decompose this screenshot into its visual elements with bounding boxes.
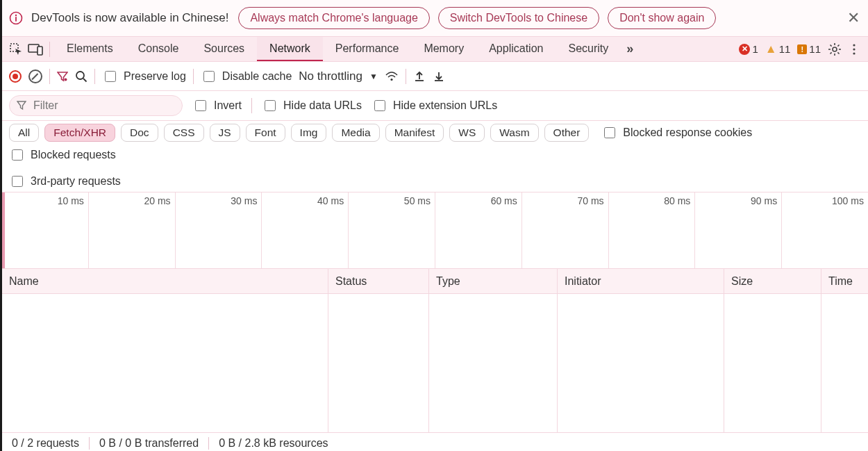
blocked-cookies-label: Blocked response cookies [623,126,752,139]
chip-doc[interactable]: Doc [121,124,158,142]
chip-media[interactable]: Media [332,124,379,142]
chip-font[interactable]: Font [246,124,285,142]
third-party-checkbox[interactable]: 3rd-party requests [9,174,121,189]
divider [406,69,406,84]
timeline-ticks: 10 ms 20 ms 30 ms 40 ms 50 ms 60 ms 70 m… [2,192,868,268]
issues-counter[interactable]: !11 [797,43,821,55]
import-har-icon[interactable] [413,70,426,83]
gear-icon[interactable] [825,40,844,59]
export-har-icon[interactable] [433,70,445,83]
status-transferred: 0 B / 0 B transferred [99,437,199,450]
panel-tabs: Elements Console Sources Network Perform… [54,37,621,61]
divider [49,69,50,84]
chip-img[interactable]: Img [291,124,327,142]
blocked-cookies-checkbox[interactable]: Blocked response cookies [601,125,752,140]
issue-counters: ✕1 ▲11 !11 [735,42,825,56]
dismiss-infobar-button[interactable]: Don't show again [608,7,716,29]
col-initiator[interactable]: Initiator [558,269,724,293]
language-infobar: DevTools is now available in Chinese! Al… [2,0,868,37]
svg-line-20 [83,79,87,82]
divider [251,98,252,113]
svg-point-17 [853,52,855,54]
switch-language-button[interactable]: Switch DevTools to Chinese [438,7,599,29]
svg-rect-2 [15,17,17,22]
blocked-requests-checkbox[interactable]: Blocked requests [9,147,116,163]
network-status-bar: 0 / 2 requests 0 B / 0 B transferred 0 B… [2,433,868,451]
filter-toggle-icon[interactable] [57,71,68,82]
svg-point-16 [853,48,855,50]
divider [94,69,95,84]
preserve-log-label: Preserve log [124,70,186,83]
tab-network[interactable]: Network [257,37,323,61]
close-icon[interactable]: ✕ [844,9,862,27]
chevron-down-icon: ▼ [369,72,378,81]
tick-label: 40 ms [317,195,344,206]
chip-other[interactable]: Other [544,124,590,142]
svg-point-1 [15,15,17,16]
infobar-message: DevTools is now available in Chinese! [31,11,228,25]
chip-css[interactable]: CSS [164,124,204,142]
filter-input[interactable] [9,95,183,116]
svg-point-21 [390,78,392,80]
device-toolbar-icon[interactable] [26,40,45,59]
svg-line-11 [831,44,832,46]
tick-label: 60 ms [491,195,517,206]
inspect-element-icon[interactable] [6,40,26,59]
chip-js[interactable]: JS [210,124,240,142]
tab-elements[interactable]: Elements [54,37,126,61]
svg-point-6 [833,47,837,51]
preserve-log-checkbox[interactable]: Preserve log [102,69,186,84]
svg-point-19 [76,72,84,79]
third-party-label: 3rd-party requests [31,175,121,188]
status-resources: 0 B / 2.8 kB resources [219,437,328,450]
clear-button[interactable] [28,69,42,83]
chip-ws[interactable]: WS [449,124,485,142]
warning-counter[interactable]: ▲11 [765,42,791,56]
col-time[interactable]: Time [821,269,868,293]
svg-rect-5 [37,47,42,55]
tab-application[interactable]: Application [476,37,556,61]
network-toolbar: Preserve log Disable cache No throttling… [2,62,868,91]
tab-sources[interactable]: Sources [191,37,257,61]
warning-icon: ▲ [765,42,777,56]
tab-security[interactable]: Security [556,37,621,61]
more-tabs-icon[interactable]: » [621,42,639,56]
error-counter[interactable]: ✕1 [739,43,758,55]
tab-performance[interactable]: Performance [323,37,412,61]
divider [193,69,194,84]
tab-memory[interactable]: Memory [411,37,476,61]
invert-checkbox[interactable]: Invert [192,98,242,113]
error-count: 1 [752,43,758,55]
chip-wasm[interactable]: Wasm [490,124,538,142]
match-language-button[interactable]: Always match Chrome's language [238,7,429,29]
funnel-icon [17,101,26,110]
col-size[interactable]: Size [724,269,821,293]
throttling-select[interactable]: No throttling▼ [299,69,378,83]
type-filter-row: All Fetch/XHR Doc CSS JS Font Img Media … [2,121,868,192]
tick-label: 80 ms [664,195,690,206]
tab-console[interactable]: Console [126,37,192,61]
col-type[interactable]: Type [429,269,558,293]
col-name[interactable]: Name [2,269,328,293]
search-icon[interactable] [75,70,87,83]
chip-fetch-xhr[interactable]: Fetch/XHR [44,124,115,142]
chip-all[interactable]: All [9,124,39,142]
hide-data-urls-checkbox[interactable]: Hide data URLs [262,98,362,113]
chip-manifest[interactable]: Manifest [385,124,444,142]
divider [89,437,90,450]
overview-timeline[interactable]: 10 ms 20 ms 30 ms 40 ms 50 ms 60 ms 70 m… [2,192,868,269]
svg-line-12 [837,52,839,54]
disable-cache-checkbox[interactable]: Disable cache [201,69,292,84]
filter-row: Invert Hide data URLs Hide extension URL… [2,91,868,121]
filter-text-input[interactable] [32,99,172,113]
devtools-tabbar: Elements Console Sources Network Perform… [2,37,868,62]
request-table-header: Name Status Type Initiator Size Time [2,269,868,294]
kebab-menu-icon[interactable] [844,40,864,59]
tick-label: 50 ms [404,195,431,206]
svg-point-15 [853,44,855,46]
hide-extension-urls-checkbox[interactable]: Hide extension URLs [372,98,497,113]
blocked-requests-label: Blocked requests [31,149,116,161]
network-conditions-icon[interactable] [385,71,399,82]
col-status[interactable]: Status [328,269,429,293]
record-button[interactable] [9,70,22,83]
